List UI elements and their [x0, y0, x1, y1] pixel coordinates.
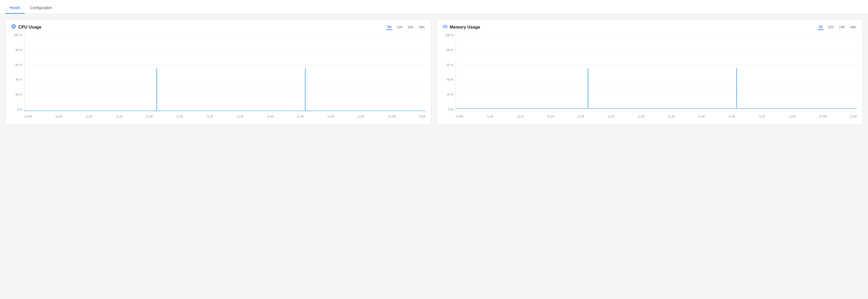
cpu-x-1205: 12:05: [419, 115, 426, 118]
cpu-time-48h[interactable]: 48h: [418, 25, 426, 30]
memory-x-1205: 12:05: [850, 115, 857, 118]
cpu-y-0: 0 %: [17, 108, 22, 111]
svg-rect-0: [12, 25, 15, 28]
cpu-x-1110: 11:10: [86, 115, 92, 118]
memory-time-12h[interactable]: 12h: [827, 25, 835, 30]
cpu-x-1125: 11:25: [176, 115, 183, 118]
cpu-x-1105: 11:05: [56, 115, 62, 118]
cpu-x-labels: 11 AM 11:05 11:10 11:15 11:20 11:25 11:3…: [24, 115, 426, 118]
content-area: CPU Usage 1h 12h 24h 48h 100 % 80 % 60 %…: [0, 14, 868, 130]
memory-usage-card: Memory Usage 1h 12h 24h 48h 100 % 80 % 6…: [437, 19, 863, 125]
cpu-time-selector: 1h 12h 24h 48h: [386, 24, 426, 30]
cpu-chart-header: CPU Usage 1h 12h 24h 48h: [11, 24, 426, 30]
tabs-bar: Health Configuration: [0, 0, 868, 14]
memory-chart-header: Memory Usage 1h 12h 24h 48h: [442, 24, 857, 30]
cpu-y-60: 60 %: [16, 63, 22, 66]
memory-x-1150: 11:50: [758, 115, 765, 118]
memory-x-1155: 11:55: [789, 115, 796, 118]
memory-x-labels: 11 AM 11:05 11:10 11:15 11:20 11:25 11:3…: [456, 115, 857, 118]
cpu-x-1120: 11:20: [146, 115, 153, 118]
cpu-x-1150: 11:50: [327, 115, 334, 118]
memory-x-11am: 11 AM: [456, 115, 463, 118]
memory-chart-area: 100 % 80 % 60 % 40 % 20 % 0 %: [442, 34, 857, 119]
cpu-x-1155: 11:55: [358, 115, 364, 118]
cpu-x-1130: 11:30: [207, 115, 213, 118]
cpu-x-1145: 11:45: [297, 115, 304, 118]
memory-x-1125: 11:25: [608, 115, 614, 118]
tab-configuration[interactable]: Configuration: [26, 2, 56, 13]
svg-rect-1: [13, 26, 14, 27]
memory-time-1h[interactable]: 1h: [817, 24, 824, 30]
svg-point-18: [444, 26, 445, 27]
cpu-x-1135: 11:35: [237, 115, 243, 118]
memory-x-1135: 11:35: [668, 115, 675, 118]
cpu-y-20: 20 %: [16, 93, 22, 96]
memory-chart-title: Memory Usage: [442, 24, 480, 30]
cpu-title-text: CPU Usage: [19, 25, 41, 30]
memory-time-24h[interactable]: 24h: [838, 25, 846, 30]
cpu-time-1h[interactable]: 1h: [386, 24, 392, 30]
cpu-icon: [11, 24, 16, 30]
memory-title-text: Memory Usage: [450, 25, 480, 30]
memory-y-60: 60 %: [447, 63, 454, 66]
cpu-x-1140: 11:40: [267, 115, 274, 118]
cpu-y-axis: 100 % 80 % 60 % 40 % 20 % 0 %: [11, 34, 24, 119]
memory-x-1120: 11:20: [577, 115, 584, 118]
tab-health[interactable]: Health: [5, 2, 25, 13]
memory-x-1145: 11:45: [728, 115, 735, 118]
memory-x-1115: 11:15: [547, 115, 554, 118]
cpu-y-100: 100 %: [14, 34, 22, 36]
memory-y-100: 100 %: [445, 34, 454, 36]
memory-x-1110: 11:10: [517, 115, 524, 118]
memory-x-12pm: 12 PM: [819, 115, 827, 118]
memory-x-1130: 11:30: [638, 115, 645, 118]
memory-time-48h[interactable]: 48h: [849, 25, 857, 30]
cpu-y-80: 80 %: [16, 49, 22, 52]
memory-y-20: 20 %: [447, 93, 454, 96]
cpu-y-40: 40 %: [16, 78, 22, 81]
memory-chart-plot: 11 AM 11:05 11:10 11:15 11:20 11:25 11:3…: [456, 34, 857, 111]
memory-y-0: 0 %: [448, 108, 454, 111]
cpu-chart-plot: 11 AM 11:05 11:10 11:15 11:20 11:25 11:3…: [24, 34, 426, 111]
cpu-time-12h[interactable]: 12h: [396, 25, 404, 30]
cpu-time-24h[interactable]: 24h: [407, 25, 415, 30]
memory-time-selector: 1h 12h 24h 48h: [817, 24, 857, 30]
memory-x-1140: 11:40: [698, 115, 705, 118]
memory-y-axis: 100 % 80 % 60 % 40 % 20 % 0 %: [442, 34, 456, 119]
cpu-x-1115: 11:15: [116, 115, 123, 118]
memory-y-80: 80 %: [447, 49, 454, 52]
cpu-x-11am: 11 AM: [24, 115, 32, 118]
page-container: Health Configuration: [0, 0, 868, 299]
cpu-chart-area: 100 % 80 % 60 % 40 % 20 % 0 %: [11, 34, 426, 119]
cpu-x-12pm: 12 PM: [388, 115, 396, 118]
memory-x-1105: 11:05: [487, 115, 494, 118]
memory-y-40: 40 %: [447, 78, 454, 81]
cpu-chart-svg: [24, 34, 426, 111]
cpu-chart-title: CPU Usage: [11, 24, 41, 30]
memory-icon: [442, 24, 447, 30]
cpu-usage-card: CPU Usage 1h 12h 24h 48h 100 % 80 % 60 %…: [5, 19, 431, 125]
memory-chart-svg: [456, 34, 857, 111]
